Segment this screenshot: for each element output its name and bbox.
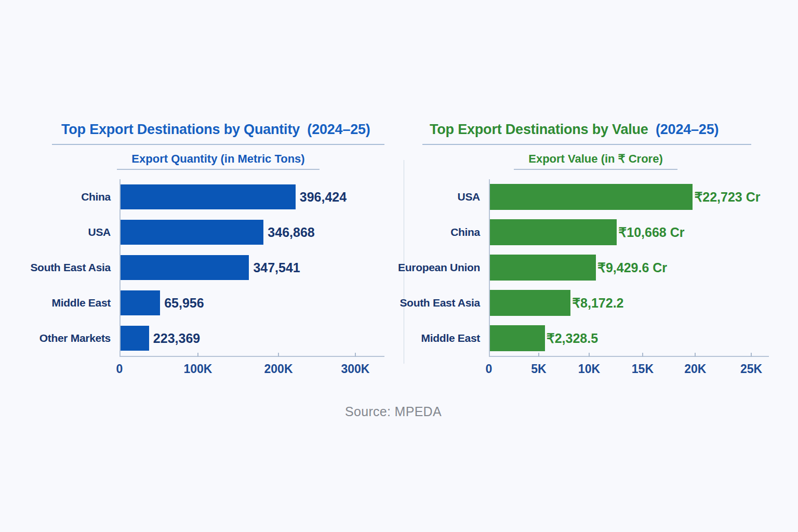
x-tick-label: 25K — [740, 362, 762, 376]
bar — [121, 290, 160, 315]
bar-row: ₹22,723 Cr — [490, 179, 769, 215]
infographic-canvas: Top Export Destinations by Quantity (202… — [0, 0, 798, 532]
x-tick-label: 0 — [116, 362, 123, 376]
x-tick-mark — [642, 353, 643, 357]
bar-row: ₹10,668 Cr — [490, 215, 769, 250]
category-label: Middle East — [52, 285, 119, 321]
category-label: China — [422, 215, 489, 250]
bar-row: ₹2,328.5 — [490, 321, 769, 356]
axis-title: Export Quantity (in Metric Tons) — [117, 152, 319, 170]
x-tick-mark — [538, 353, 539, 357]
x-axis: 05K10K15K20K25K — [489, 357, 769, 382]
bar-row: 223,369 — [121, 321, 384, 356]
value-label: 346,868 — [268, 225, 314, 240]
plot-area: USAChinaEuropean UnionSouth East AsiaMid… — [422, 179, 769, 357]
bar — [490, 184, 693, 210]
category-label: USA — [52, 215, 119, 250]
category-label: South East Asia — [52, 250, 119, 285]
x-tick-mark — [751, 353, 752, 357]
chart-title: Top Export Destinations by Quantity (202… — [52, 122, 384, 138]
category-label: Other Markets — [52, 321, 119, 356]
bar-row: 346,868 — [121, 215, 384, 250]
category-label: South East Asia — [422, 285, 489, 321]
bar-row: ₹9,429.6 Cr — [490, 250, 769, 285]
value-label: 65,956 — [164, 296, 204, 311]
bars-area: 396,424346,868347,54165,956223,369 — [119, 179, 384, 357]
x-tick-label: 10K — [578, 362, 600, 376]
category-labels: ChinaUSASouth East AsiaMiddle EastOther … — [52, 179, 119, 357]
value-chart: Top Export Destinations by Value (2024–2… — [422, 122, 769, 382]
source-note: Source: MPEDA — [0, 404, 787, 419]
axis-title: Export Value (in ₹ Crore) — [514, 152, 677, 170]
value-label: ₹10,668 Cr — [618, 225, 684, 240]
bar — [121, 184, 296, 209]
x-tick-mark — [589, 353, 590, 357]
category-label: China — [52, 179, 119, 215]
chart-title-year: (2024–25) — [307, 122, 370, 137]
value-label: ₹9,429.6 Cr — [597, 260, 667, 275]
x-tick-label: 200K — [264, 362, 293, 376]
x-tick-label: 15K — [632, 362, 654, 376]
chart-title: Top Export Destinations by Value (2024–2… — [422, 122, 769, 138]
category-label: USA — [422, 179, 489, 215]
chart-title-main: Top Export Destinations by Quantity — [61, 122, 300, 137]
value-label: 223,369 — [153, 331, 200, 346]
value-label: ₹8,172.2 — [572, 296, 623, 311]
bar-row: 347,541 — [121, 250, 384, 285]
category-label: European Union — [422, 250, 489, 285]
quantity-chart: Top Export Destinations by Quantity (202… — [52, 122, 384, 382]
x-tick-mark — [278, 353, 279, 357]
axis-title-row: Export Quantity (in Metric Tons) — [52, 152, 384, 176]
x-axis: 0100K200K300K — [119, 357, 384, 382]
x-tick-label: 5K — [531, 362, 546, 376]
bar — [490, 290, 570, 316]
chart-title-year: (2024–25) — [656, 122, 719, 137]
bar — [490, 219, 617, 245]
x-tick-label: 20K — [684, 362, 706, 376]
bar-row: 65,956 — [121, 285, 384, 321]
value-label: ₹22,723 Cr — [694, 190, 760, 205]
value-label: 396,424 — [300, 190, 347, 205]
title-underline — [52, 144, 384, 145]
bar-row: 396,424 — [121, 179, 384, 215]
x-tick-mark — [355, 353, 356, 357]
value-label: ₹2,328.5 — [547, 331, 598, 346]
bar — [121, 220, 263, 245]
plot-area: ChinaUSASouth East AsiaMiddle EastOther … — [52, 179, 384, 357]
bar — [490, 255, 596, 281]
x-tick-label: 0 — [486, 362, 493, 376]
bars-area: ₹22,723 Cr₹10,668 Cr₹9,429.6 Cr₹8,172.2₹… — [489, 179, 769, 357]
axis-title-row: Export Value (in ₹ Crore) — [422, 152, 769, 176]
bar — [121, 255, 249, 280]
category-label: Middle East — [422, 321, 489, 356]
bar — [121, 326, 149, 351]
x-tick-label: 100K — [183, 362, 212, 376]
x-tick-mark — [695, 353, 696, 357]
title-underline — [422, 144, 751, 145]
value-label: 347,541 — [253, 260, 300, 275]
x-tick-mark — [197, 353, 198, 357]
category-labels: USAChinaEuropean UnionSouth East AsiaMid… — [422, 179, 489, 357]
x-tick-label: 300K — [341, 362, 369, 376]
bar — [490, 325, 545, 351]
chart-title-main: Top Export Destinations by Value — [430, 122, 648, 137]
bar-row: ₹8,172.2 — [490, 285, 769, 321]
